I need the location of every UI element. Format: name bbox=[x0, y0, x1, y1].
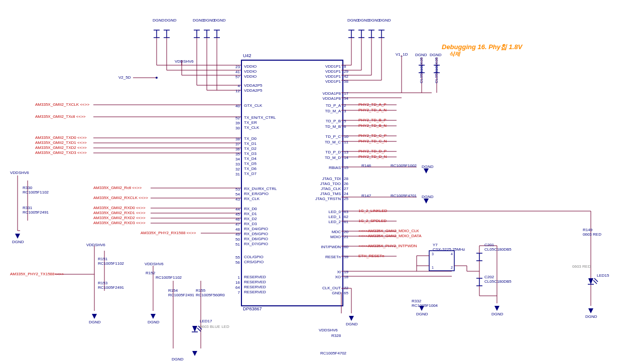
r146: R146 bbox=[361, 163, 371, 168]
port: AM335X_PHY2_TX1588<<>> bbox=[10, 272, 64, 276]
port: AM335X_GMII2_RXD3 <<>> bbox=[93, 221, 146, 225]
pin-left: 45 RX_D1 bbox=[229, 212, 240, 217]
pin-left: 57 VDDIO bbox=[229, 74, 240, 79]
pin-left: 54 RX_ER/GPIO bbox=[229, 192, 240, 197]
net: PHY2_TD_C_P bbox=[358, 133, 387, 138]
gnd-lbl: DGND bbox=[585, 314, 597, 319]
svg-marker-127 bbox=[192, 326, 197, 332]
port: AM335X_GMII2_TXD0 <<>> bbox=[35, 135, 87, 140]
gnd-lbl: DGND bbox=[379, 18, 391, 23]
pin-left: 53 RX_DV/RX_CTRL bbox=[229, 187, 240, 192]
gnd-lbl: DGND bbox=[89, 320, 101, 324]
y7-p2: 2 bbox=[451, 266, 453, 269]
port: AM335X_GMII2_RXD2 <<>> bbox=[93, 216, 146, 220]
rail-v2-5d: V2_5D bbox=[118, 75, 131, 80]
pin-left: 50 RX_D6/GPIO bbox=[229, 237, 240, 242]
svg-marker-144 bbox=[424, 199, 429, 204]
net: PHY2_TD_C_N bbox=[358, 139, 387, 143]
gnd-lbl: DGND bbox=[153, 18, 165, 23]
pin-left: 37 TX_D1 bbox=[229, 141, 240, 146]
svg-line-133 bbox=[593, 280, 597, 284]
net: PHY2_TD_B_P bbox=[358, 118, 387, 122]
pin-left: 32 TX_D6 bbox=[229, 166, 240, 171]
port: AM335X_GMII2_RXD1 <<>> bbox=[93, 211, 146, 215]
pin-left: 52 TX_EN/TX_CTRL bbox=[229, 115, 240, 120]
pin-left: 36 TX_D2 bbox=[229, 146, 240, 151]
gnd-lbl: DGND bbox=[165, 18, 177, 23]
gnd-lbl: DGND bbox=[415, 53, 427, 57]
svg-marker-129 bbox=[588, 278, 593, 284]
r330: R330RC1005F1102 bbox=[23, 186, 49, 195]
gnd-lbl: DGND bbox=[422, 164, 434, 169]
gnd-lbl: DGND bbox=[12, 240, 24, 244]
port: AM335X_GMII2_TXD2 <<>> bbox=[35, 145, 87, 150]
net: <<>>AM335X_GMII2_MDIO_CLK bbox=[358, 229, 419, 233]
gnd-lbl: DGND bbox=[491, 312, 503, 316]
pin-left: 33 TX_D5 bbox=[229, 161, 240, 166]
gnd-lbl: DGND bbox=[422, 195, 434, 199]
port: AM335X_GMII2_TXD3 <<>> bbox=[35, 150, 87, 155]
rail-vddshv6-m2: VDDSHV6 bbox=[145, 262, 164, 266]
svg-line-134 bbox=[594, 278, 598, 282]
led15v: 0603 RED bbox=[572, 264, 591, 269]
r152: R152RC1005F1102 bbox=[146, 271, 155, 275]
svg-marker-136 bbox=[92, 314, 97, 319]
clb: CL05B102K05 bbox=[434, 57, 439, 83]
net: ETH_RESETn bbox=[358, 254, 385, 258]
pin-left: 48 RX_D4/GPIO bbox=[229, 227, 240, 232]
gnd-lbl: DGND bbox=[148, 320, 160, 324]
net: PHY2_TD_A_P bbox=[358, 102, 387, 107]
led17: LED17 bbox=[200, 319, 212, 323]
rail-vddshv6-m1: VDDSHV6 bbox=[86, 243, 105, 247]
gnd-lbl: DGND bbox=[172, 357, 184, 361]
schematic-canvas: { "annotation": { "debug_note": "Debuggi… bbox=[0, 0, 636, 364]
net: 1G_2_LINKLED bbox=[358, 209, 387, 213]
led15: LED15 bbox=[597, 273, 609, 278]
svg-marker-139 bbox=[349, 316, 354, 321]
pin-left: 47 RX_D3 bbox=[229, 222, 240, 227]
pin-left: 49 RX_D5/GPIO bbox=[229, 232, 240, 237]
rail-vddshv6-bot: VDDSHV6 bbox=[319, 328, 338, 332]
r151: R151RC1005F1102 bbox=[98, 257, 124, 266]
svg-marker-142 bbox=[588, 308, 593, 313]
gnd-lbl: DGND bbox=[214, 18, 226, 23]
r149: R1490603 RED bbox=[583, 228, 601, 237]
pin-left: 56 CRS/GPIO bbox=[229, 260, 240, 265]
pin-left: 44 RX_D0 bbox=[229, 207, 240, 212]
rail-vddshv6-l: VDDSHV6 bbox=[10, 170, 29, 175]
pin-left: 46 RX_D2 bbox=[229, 217, 240, 222]
port: AM335X_GMII2_TXCLK <<>> bbox=[35, 102, 89, 107]
rail-vddshv6-top: VDDSHV6 bbox=[175, 59, 194, 64]
r154: R154RC1005F2491 bbox=[168, 288, 194, 297]
pin-left: 30 TX_CLK bbox=[229, 125, 240, 130]
r155: R155RC1005F560R0 bbox=[196, 288, 225, 297]
c201: C201CL05C180DB5 bbox=[484, 243, 512, 252]
pin-left: 41 VDDIO bbox=[229, 69, 240, 74]
pin-left: 55 COL/GPIO bbox=[229, 255, 240, 260]
port: AM335X_GMII2_RXCLK <<>> bbox=[93, 196, 148, 200]
pin-left: 43 RX_CLK bbox=[229, 197, 240, 202]
pin-left: 51 RX_D7/GPIO bbox=[229, 242, 240, 247]
svg-marker-141 bbox=[494, 306, 499, 311]
svg-marker-137 bbox=[151, 314, 156, 319]
port: AM335X_GMII2_Rctl <<>> bbox=[93, 186, 142, 190]
net: PHY2_TD_B_N bbox=[358, 123, 387, 128]
debug-annotation-2: 삭제 bbox=[449, 50, 460, 58]
r146v: RC1005F1002 bbox=[391, 163, 417, 168]
c202: C202CL05C180DB5 bbox=[484, 275, 512, 284]
gnd-lbl: DGND bbox=[430, 53, 442, 57]
r332: R332RC1005F1004 bbox=[412, 299, 438, 308]
y7-p4: 4 bbox=[451, 252, 453, 256]
r153: R153RC1005F2491 bbox=[98, 281, 124, 290]
pin-left: 40 GTX_CLK bbox=[229, 103, 240, 108]
gnd-lbl: DGND bbox=[346, 322, 358, 326]
svg-point-28 bbox=[156, 77, 158, 79]
r147v: RC1005F4701 bbox=[391, 194, 417, 198]
port: AM335X_PHY2_RX1588 <<>> bbox=[141, 231, 196, 235]
chip-partname: DP83867 bbox=[243, 306, 262, 311]
port: AM335X_GMII2_RXD0 <<>> bbox=[93, 206, 146, 210]
r147: R147 bbox=[361, 194, 371, 198]
port: AM335X_GMII2_TXD1 <<>> bbox=[35, 140, 87, 145]
net: <<>>AM335X_GMII2_MDIO_DATA bbox=[358, 234, 422, 238]
net: PHY2_TD_A_N bbox=[358, 108, 387, 112]
